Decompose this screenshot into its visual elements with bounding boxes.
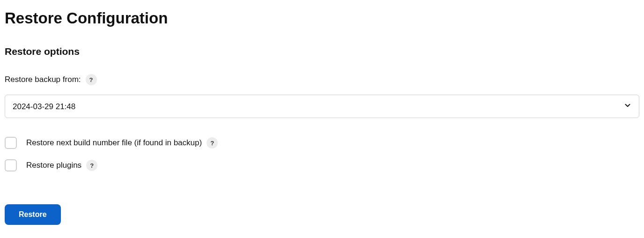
restore-next-build-label-text: Restore next build number file (if found… (26, 138, 202, 148)
restore-plugins-label[interactable]: Restore plugins ? (26, 160, 97, 171)
backup-label-row: Restore backup from: ? (5, 74, 639, 85)
restore-plugins-checkbox[interactable] (5, 159, 17, 171)
backup-label: Restore backup from: (5, 75, 81, 84)
restore-button[interactable]: Restore (5, 204, 61, 225)
help-icon[interactable]: ? (86, 74, 97, 85)
restore-next-build-row: Restore next build number file (if found… (5, 137, 639, 149)
page-title: Restore Configuration (5, 9, 639, 27)
restore-plugins-label-text: Restore plugins (26, 161, 81, 170)
backup-select-wrapper: 2024-03-29 21:48 (5, 95, 639, 118)
restore-next-build-checkbox[interactable] (5, 137, 17, 149)
help-icon[interactable]: ? (207, 137, 218, 149)
backup-select[interactable]: 2024-03-29 21:48 (5, 95, 639, 118)
section-title: Restore options (5, 46, 639, 57)
restore-next-build-label[interactable]: Restore next build number file (if found… (26, 137, 218, 149)
restore-plugins-row: Restore plugins ? (5, 159, 639, 171)
help-icon[interactable]: ? (86, 160, 97, 171)
